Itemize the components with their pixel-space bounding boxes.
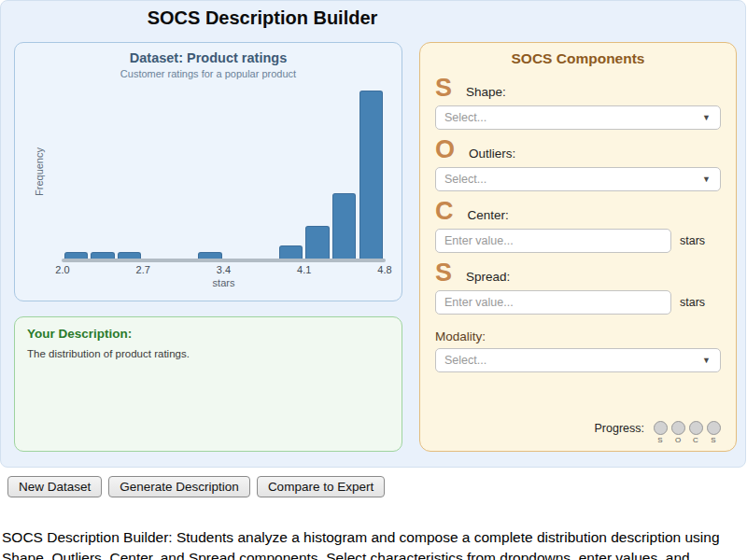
description-title: Your Description: (27, 327, 389, 341)
caption-line-1: SOCS Description Builder: Students analy… (2, 527, 747, 548)
new-dataset-button[interactable]: New Dataset (7, 476, 102, 497)
outliers-label: Outliers: (469, 147, 515, 161)
modality-row: Select... ▼ (435, 348, 721, 372)
progress-step-label: O (675, 436, 681, 444)
shape-label: Shape: (466, 85, 506, 99)
progress-circle-icon (707, 421, 721, 435)
modality-select[interactable]: Select... (435, 348, 721, 372)
progress-step: C (688, 421, 703, 444)
socs-panel-title: SOCS Components (435, 50, 721, 67)
letter-o-outliers: O (435, 137, 455, 162)
spread-value-input[interactable] (435, 290, 671, 315)
progress-circle-icon (654, 421, 668, 435)
letter-c-center: C (435, 199, 454, 224)
outliers-row: O Outliers: Select... ▼ (435, 137, 721, 191)
toolbar: New Dataset Generate Description Compare… (7, 476, 385, 497)
progress-circles: SOCS (653, 421, 721, 444)
histogram-bar (332, 193, 356, 258)
dataset-panel: Dataset: Product ratings Customer rating… (14, 42, 402, 301)
center-row: C Center: stars (435, 199, 721, 253)
histogram-bar (359, 91, 383, 259)
progress-circle-icon (689, 421, 703, 435)
letter-s-shape: S (435, 76, 452, 101)
letter-s-spread: S (435, 260, 452, 286)
app-container: SOCS Description Builder Dataset: Produc… (0, 0, 746, 468)
histogram-plot (63, 91, 385, 259)
progress-circle-icon (671, 421, 685, 435)
histogram-bar (64, 252, 88, 259)
generate-description-button[interactable]: Generate Description (108, 476, 250, 497)
spread-row: S Spread: stars (435, 260, 721, 315)
progress-step: O (670, 421, 685, 444)
compare-to-expert-button[interactable]: Compare to Expert (257, 476, 385, 497)
center-unit-label: stars (680, 234, 705, 247)
x-tick-label: 3.4 (217, 264, 231, 275)
caption-line-2: Shape, Outliers, Center, and Spread comp… (2, 548, 747, 560)
x-axis-line (62, 259, 386, 262)
outliers-select[interactable]: Select... (435, 167, 721, 191)
histogram-bar (279, 245, 303, 259)
page-title: SOCS Description Builder (1, 7, 524, 29)
shape-select[interactable]: Select... (435, 105, 721, 130)
x-tick-labels: 2.02.73.44.14.8 (63, 264, 385, 276)
progress-step-label: S (657, 436, 662, 444)
dataset-subtitle: Customer ratings for a popular product (15, 68, 402, 79)
description-text: The distribution of product ratings. (27, 348, 389, 359)
progress-step: S (706, 421, 721, 444)
center-label: Center: (468, 208, 509, 222)
progress-step: S (653, 421, 668, 444)
socs-components-panel: SOCS Components S Shape: Select... ▼ O O… (419, 42, 737, 452)
x-tick-label: 2.0 (55, 264, 69, 275)
x-tick-label: 4.1 (297, 264, 311, 275)
x-tick-label: 2.7 (136, 264, 150, 275)
center-value-input[interactable] (435, 229, 671, 253)
progress-label: Progress: (595, 421, 645, 436)
x-tick-label: 4.8 (377, 264, 391, 275)
caption-text: SOCS Description Builder: Students analy… (2, 527, 747, 560)
dataset-title: Dataset: Product ratings (15, 50, 402, 65)
histogram-bar (305, 226, 329, 259)
spread-unit-label: stars (680, 296, 705, 309)
progress-step-label: C (693, 436, 698, 444)
progress-indicator: Progress: SOCS (435, 421, 721, 444)
spread-label: Spread: (466, 270, 510, 284)
x-axis-label: stars (63, 277, 385, 288)
histogram-bar (198, 252, 221, 259)
modality-label: Modality: (435, 329, 721, 343)
histogram-bar (118, 252, 141, 259)
y-axis-label: Frequency (34, 147, 45, 196)
histogram-bar (91, 252, 114, 259)
shape-row: S Shape: Select... ▼ (435, 76, 721, 130)
description-panel: Your Description: The distribution of pr… (14, 316, 402, 452)
progress-step-label: S (711, 436, 715, 444)
